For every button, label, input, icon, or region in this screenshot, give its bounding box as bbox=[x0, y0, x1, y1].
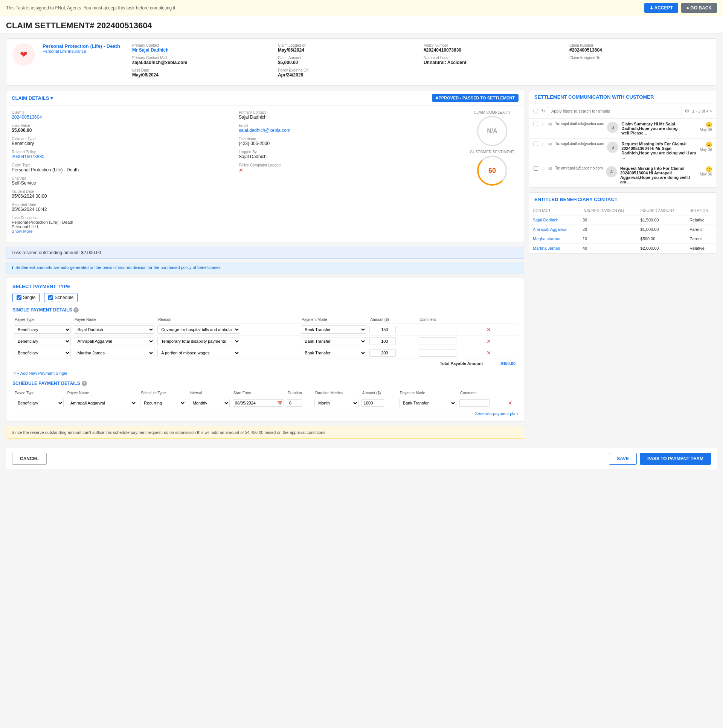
col-payee-name: Payee Name bbox=[72, 316, 156, 324]
sch-col-amount: Amount ($) bbox=[360, 389, 397, 397]
star-icon[interactable]: ☆ bbox=[541, 142, 545, 147]
sp-reason-select[interactable]: Temporary total disability payments bbox=[157, 337, 240, 346]
sp-payee-type-select[interactable]: Beneficiary bbox=[14, 337, 71, 346]
sp-delete-button[interactable]: ✕ bbox=[486, 338, 491, 344]
cd-telephone-val: (423) 005-2000 bbox=[239, 141, 458, 146]
sp-amount-input[interactable] bbox=[369, 349, 396, 357]
sp-payee-name-select[interactable]: Martina James bbox=[74, 349, 154, 357]
generate-payment-plan-link[interactable]: Generate payment plan bbox=[12, 411, 518, 416]
ben-contact[interactable]: Megha sharma bbox=[529, 234, 579, 244]
sp-payee-type-cell: Beneficiary bbox=[12, 347, 72, 359]
sp-reason-select[interactable]: A portion of missed wages bbox=[157, 349, 240, 357]
filter-icon[interactable]: ⚙ bbox=[685, 109, 689, 114]
show-more-link[interactable]: Show More bbox=[12, 229, 231, 234]
sch-amount-input[interactable] bbox=[362, 399, 384, 407]
claim-details-body: Claim # 202400513604 Loss Value $5,000.0… bbox=[6, 106, 524, 242]
cd-email-val[interactable]: sajal.dadhich@xebia.com bbox=[239, 128, 458, 133]
calendar-icon[interactable]: 📅 bbox=[277, 401, 283, 405]
sch-payee-type-select[interactable]: Beneficiary bbox=[14, 399, 64, 407]
sch-comment-input[interactable] bbox=[459, 399, 489, 407]
sp-delete-button[interactable]: ✕ bbox=[486, 327, 491, 333]
col-reason: Reason bbox=[156, 316, 300, 324]
sch-duration-metrics-select[interactable]: Month bbox=[315, 399, 359, 407]
beneficiary-row: Megha sharma 10 $500.00 Parent bbox=[529, 234, 717, 244]
cd-loss-value: Loss Value $5,000.00 bbox=[12, 124, 231, 133]
beneficiary-row: Amrapali Aggarwal 20 $1,000.00 Parent bbox=[529, 225, 717, 234]
schedule-payment-table: Payee Type Payee Name Schedule Type Inte… bbox=[12, 389, 518, 409]
sp-payment-mode-select[interactable]: Bank Transfer bbox=[301, 326, 366, 334]
save-button[interactable]: SAVE bbox=[609, 453, 637, 465]
ben-contact[interactable]: Martina James bbox=[529, 244, 579, 253]
email-subject: Request Missing Info For Claim# 20240051… bbox=[621, 142, 697, 160]
sp-delete-button[interactable]: ✕ bbox=[486, 350, 491, 356]
schedule-checkbox-label[interactable]: Schedule bbox=[44, 293, 78, 302]
sp-comment-input[interactable] bbox=[419, 349, 456, 357]
sp-reason-cell: Temporary total disability payments bbox=[156, 336, 300, 347]
email-item[interactable]: ☆ ✉ To: amrapalia@appcino.com A Request … bbox=[529, 163, 717, 188]
sp-delete-cell: ✕ bbox=[485, 336, 518, 347]
sch-payment-mode-select[interactable]: Bank Transfer bbox=[399, 399, 456, 407]
cd-loss-desc: Loss Description Personal Protection (Li… bbox=[12, 216, 231, 234]
email-item[interactable]: ☆ ✉ To: sajal.dadhich@xebia.com S Claim … bbox=[529, 119, 717, 139]
sp-comment-input[interactable] bbox=[419, 326, 456, 333]
sch-payee-name-select[interactable]: Amrapali Aggarwal bbox=[67, 399, 138, 407]
sch-schedule-type-select[interactable]: Recurring bbox=[140, 399, 186, 407]
email-to: To: sajal.dadhich@xebia.com bbox=[555, 142, 604, 146]
email-checkbox[interactable] bbox=[533, 166, 538, 171]
sp-payee-name-select[interactable]: Amrapali Aggarwal bbox=[74, 337, 154, 346]
email-date: May 06 bbox=[700, 172, 712, 176]
sch-interval-select[interactable]: Monthly bbox=[189, 399, 230, 407]
cd-claim-num-value[interactable]: 202400513604 bbox=[12, 115, 231, 120]
go-back-button[interactable]: ● GO BACK bbox=[681, 3, 717, 13]
col-comment: Comment bbox=[417, 316, 485, 324]
sp-amount-input[interactable] bbox=[369, 338, 396, 345]
pass-to-payment-team-button[interactable]: PASS TO PAYMENT TEAM bbox=[640, 453, 711, 465]
sch-delete-button[interactable]: ✕ bbox=[508, 400, 512, 406]
sp-payment-mode-select[interactable]: Bank Transfer bbox=[301, 337, 366, 346]
sp-payee-type-select[interactable]: Beneficiary bbox=[14, 349, 71, 357]
sch-start-from-input[interactable] bbox=[233, 399, 284, 407]
email-count: 1 - 3 of 4 > bbox=[692, 109, 712, 113]
sch-schedule-type-cell: Recurring bbox=[139, 397, 187, 409]
sch-col-payee-type: Payee Type bbox=[12, 389, 65, 397]
ben-contact[interactable]: Sajal Dadhich bbox=[529, 216, 579, 225]
sp-amount-cell bbox=[368, 336, 417, 347]
sp-payee-type-select[interactable]: Beneficiary bbox=[14, 326, 71, 334]
schedule-checkbox[interactable] bbox=[48, 295, 53, 300]
avatar: A bbox=[606, 166, 617, 177]
sch-duration-input[interactable] bbox=[287, 399, 302, 407]
single-help-icon[interactable]: ? bbox=[73, 307, 79, 313]
accept-button[interactable]: ⬇ ACCEPT bbox=[644, 3, 678, 13]
select-all-checkbox[interactable] bbox=[533, 109, 538, 113]
email-checkbox[interactable] bbox=[533, 122, 538, 126]
star-icon[interactable]: ☆ bbox=[541, 166, 545, 171]
sp-amount-input[interactable] bbox=[369, 326, 396, 333]
sp-reason-select[interactable]: Coverage for hospital bills and ambulanc… bbox=[157, 326, 240, 334]
ben-contact[interactable]: Amrapali Aggarwal bbox=[529, 225, 579, 234]
cd-email: Email sajal.dadhich@xebia.com bbox=[239, 124, 458, 133]
email-search-input[interactable] bbox=[548, 107, 682, 115]
warning-bar: Since the reserve outstanding amount can… bbox=[6, 426, 524, 439]
schedule-help-icon[interactable]: ? bbox=[82, 381, 87, 386]
cd-primary-contact-val: Sajal Dadhich bbox=[239, 115, 458, 120]
loss-date-value: May/06/2024 bbox=[132, 72, 269, 78]
single-checkbox[interactable] bbox=[17, 295, 21, 300]
cd-claim-type: Claim Type Personal Protection (Life) - … bbox=[12, 163, 231, 173]
cancel-button[interactable]: CANCEL bbox=[12, 453, 47, 465]
add-new-single-link[interactable]: ⊕ + Add New Payment Single bbox=[12, 370, 67, 375]
policy-number-value: #20240416073830 bbox=[423, 47, 560, 53]
single-checkbox-label[interactable]: Single bbox=[12, 293, 40, 302]
sch-duration-metrics-cell: Month bbox=[313, 397, 360, 409]
cd-related-policy-val[interactable]: 2040416073830 bbox=[12, 154, 231, 159]
sp-comment-cell bbox=[417, 347, 485, 359]
sch-col-del bbox=[506, 389, 518, 397]
email-meta: 🙁 May 06 bbox=[700, 142, 712, 152]
email-item[interactable]: ☆ ✉ To: sajal.dadhich@xebia.com S Reques… bbox=[529, 139, 717, 163]
star-icon[interactable]: ☆ bbox=[541, 122, 545, 127]
sp-payment-mode-select[interactable]: Bank Transfer bbox=[301, 349, 366, 357]
claim-amount-value: $5,000.00 bbox=[278, 60, 414, 65]
email-checkbox[interactable] bbox=[533, 142, 538, 146]
sp-payee-name-select[interactable]: Sajal Dadhich bbox=[74, 326, 154, 334]
refresh-icon[interactable]: ↻ bbox=[541, 109, 545, 114]
sp-comment-input[interactable] bbox=[419, 338, 456, 345]
